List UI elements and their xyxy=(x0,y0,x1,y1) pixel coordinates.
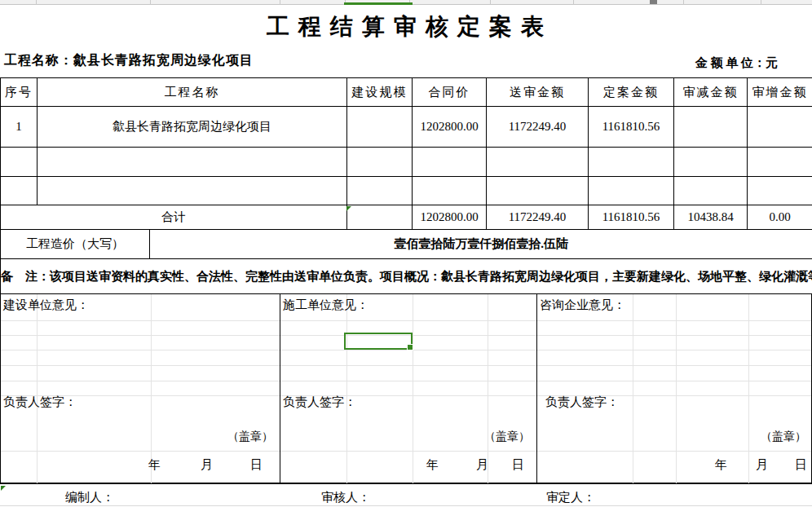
preparer-label: 编制人： xyxy=(65,490,114,505)
seal-label: （盖章） xyxy=(761,430,806,444)
column-divider xyxy=(36,0,37,5)
settlement-table: 序号 工程名称 建设规模 合同价 送审金额 定案金额 审减金额 审增金额 1 歙… xyxy=(0,77,812,294)
cell-contract xyxy=(413,177,487,205)
total-scale-cell xyxy=(347,205,413,230)
page-title: 工 程 结 算 审 核 定 案 表 xyxy=(0,11,812,42)
cell-reduce xyxy=(674,177,748,205)
cell-scale xyxy=(347,148,413,177)
remark-text: 备 注：该项目送审资料的真实性、合法性、完整性由送审单位负责。项目概况：歙县长青… xyxy=(1,259,812,294)
table-header-row: 序号 工程名称 建设规模 合同价 送审金额 定案金额 审减金额 审增金额 xyxy=(1,78,812,107)
gridline xyxy=(0,505,812,506)
cell-reduce xyxy=(674,148,748,177)
opinions-section: 建设单位意见： 负责人签字： （盖章） 年 月 日 施工单位意见： 负责人签字：… xyxy=(0,293,812,484)
amount-unit-label: 金 额 单 位：元 xyxy=(695,55,778,71)
opinion-box-construction-unit: 建设单位意见： 负责人签字： （盖章） 年 月 日 xyxy=(1,294,280,483)
signer-label: 负责人签字： xyxy=(283,395,356,410)
excel-column-header-strip xyxy=(0,0,812,5)
signer-label: 负责人签字： xyxy=(3,395,77,410)
column-divider xyxy=(150,0,151,5)
reviewer-label: 审核人： xyxy=(321,490,370,505)
column-divider xyxy=(280,0,280,5)
cell-project-name xyxy=(38,177,347,205)
cell-contract xyxy=(413,148,487,177)
error-indicator-triangle xyxy=(346,206,351,211)
cell-contract: 1202800.00 xyxy=(413,107,487,148)
spreadsheet-page: 工 程 结 算 审 核 定 案 表 工程名称：歙县长青路拓宽周边绿化项目 金 额… xyxy=(0,0,812,507)
cell-project-name: 歙县长青路拓宽周边绿化项目 xyxy=(38,107,347,148)
total-finalized-cell: 1161810.56 xyxy=(589,205,674,230)
header-cell-contract: 合同价 xyxy=(413,78,487,107)
amount-in-words-value: 壹佰壹拾陆万壹仟捌佰壹拾.伍陆 xyxy=(150,230,812,259)
header-cell-project: 工程名称 xyxy=(38,78,347,107)
column-divider xyxy=(683,0,684,5)
month-label: 月 xyxy=(201,457,213,473)
table-row xyxy=(1,148,812,177)
amount-in-words-label: 工程造价（大写） xyxy=(1,230,150,259)
header-cell-increase: 审增金额 xyxy=(748,78,812,107)
cell-scale xyxy=(347,177,413,205)
cell-reduce xyxy=(674,107,748,148)
header-cell-scale: 建设规模 xyxy=(347,78,413,107)
fill-handle[interactable] xyxy=(407,344,413,350)
table-row: 1 歙县长青路拓宽周边绿化项目 1202800.00 1172249.40 11… xyxy=(1,107,812,148)
cell-increase xyxy=(748,107,812,148)
cell-scale xyxy=(347,107,413,148)
day-label: 日 xyxy=(250,457,263,473)
active-cell-selection[interactable] xyxy=(344,333,413,350)
header-cell-finalized: 定案金额 xyxy=(589,78,674,107)
header-cell-submitted: 送审金额 xyxy=(487,78,589,107)
opinion-box-consulting-firm: 咨询企业意见： 负责人签字： （盖章） 年 月 日 xyxy=(537,294,812,483)
total-row: 合计 1202800.00 1172249.40 1161810.56 1043… xyxy=(1,205,812,230)
amount-in-words-row: 工程造价（大写） 壹佰壹拾陆万壹仟捌佰壹拾.伍陆 xyxy=(1,230,812,259)
month-label: 月 xyxy=(756,457,768,473)
cell-seq xyxy=(1,148,38,177)
cell-seq xyxy=(1,177,38,205)
total-reduce-cell: 10438.84 xyxy=(674,205,748,230)
remark-row: 备 注：该项目送审资料的真实性、合法性、完整性由送审单位负责。项目概况：歙县长青… xyxy=(1,259,812,294)
day-label: 日 xyxy=(512,457,524,473)
total-submitted-cell: 1172249.40 xyxy=(487,205,589,230)
cell-increase xyxy=(748,148,812,177)
table-row xyxy=(1,177,812,205)
cell-finalized xyxy=(589,148,674,177)
column-divider xyxy=(761,0,761,5)
total-label-cell: 合计 xyxy=(1,205,347,230)
opinion-title: 施工单位意见： xyxy=(283,298,368,313)
opinion-title: 咨询企业意见： xyxy=(540,298,625,313)
approver-label: 审定人： xyxy=(546,490,595,505)
year-label: 年 xyxy=(715,457,727,473)
total-contract-cell: 1202800.00 xyxy=(413,205,487,230)
column-divider xyxy=(490,0,491,5)
cell-submitted xyxy=(487,148,589,177)
month-label: 月 xyxy=(476,457,488,473)
header-cell-reduce: 审减金额 xyxy=(674,78,748,107)
opinion-title: 建设单位意见： xyxy=(3,298,89,313)
day-label: 日 xyxy=(795,457,807,473)
year-label: 年 xyxy=(426,457,439,473)
cell-submitted xyxy=(487,177,589,205)
signer-label: 负责人签字： xyxy=(545,395,619,410)
seal-label: （盖章） xyxy=(484,430,530,444)
seal-label: （盖章） xyxy=(227,430,273,444)
cell-project-name xyxy=(38,148,347,177)
cell-seq: 1 xyxy=(1,107,38,148)
total-increase-cell: 0.00 xyxy=(748,205,812,230)
column-divider-dark xyxy=(650,0,657,4)
column-divider xyxy=(573,0,574,5)
footer-row: 编制人： 审核人： 审定人： xyxy=(0,484,812,507)
project-name-label: 工程名称：歙县长青路拓宽周边绿化项目 xyxy=(4,52,254,69)
cell-finalized: 1161810.56 xyxy=(589,107,674,148)
cell-finalized xyxy=(589,177,674,205)
year-label: 年 xyxy=(148,457,161,473)
header-cell-seq: 序号 xyxy=(1,78,38,107)
cell-submitted: 1172249.40 xyxy=(487,107,589,148)
cell-increase xyxy=(748,177,812,205)
selected-column-indicator[interactable] xyxy=(344,2,413,5)
opinion-box-contractor-unit: 施工单位意见： 负责人签字： （盖章） 年 月 日 xyxy=(280,294,537,483)
